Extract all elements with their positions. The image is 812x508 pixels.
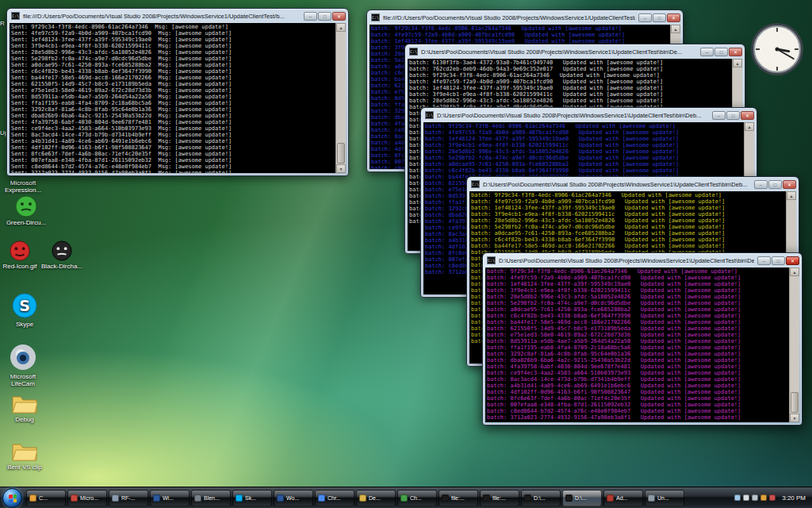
close-button[interactable]: ✕ — [786, 256, 799, 265]
console-window-sender-1[interactable]: C:\ file:///D:/Users/Poo/Documents/Visua… — [6, 8, 349, 176]
console-output: batch: 9f29c34-f3f8-4edc-8906-61ac264a73… — [485, 267, 799, 422]
console-line: Sent: ffa1f195-eab8-4fa4-8709-2c18a68bc5… — [11, 100, 334, 106]
window-titlebar[interactable]: C:\ D:\Users\Poo\Documents\Visual Studio… — [421, 108, 756, 122]
desktop-icon-skype[interactable]: S Skype — [2, 292, 48, 328]
scroll-up-icon[interactable]: ▲ — [787, 191, 796, 200]
taskbar-button-label: Ad... — [616, 495, 627, 501]
console-line: batch: 621550f5-14d9-45c7-b8c9-e173189b5… — [487, 325, 787, 332]
console-line: Sent: 8ac3acd4-14ce-473d-b79b-d7341b4b9e… — [11, 132, 334, 138]
scroll-down-icon[interactable]: ▼ — [336, 164, 346, 173]
close-button[interactable]: ✕ — [741, 111, 754, 120]
scroll-up-icon[interactable]: ▲ — [745, 122, 754, 131]
console-line: batch: 4fa39758-6abf-4030-804d-9ee678f7e… — [487, 364, 787, 370]
console-line: batch: e75e1ed3-58e0-4619-89a2-672c28d73… — [487, 332, 787, 338]
maximize-button[interactable]: □ — [768, 180, 782, 189]
taskbar-button-icon — [483, 495, 490, 502]
taskbar-button[interactable]: file:... — [480, 490, 519, 506]
scrollbar-thumb[interactable] — [337, 143, 345, 164]
minimize-button[interactable]: – — [700, 48, 714, 56]
taskbar-button-label: Sk... — [245, 495, 256, 501]
taskbar-button-icon — [71, 495, 78, 502]
minimize-button[interactable]: – — [304, 12, 317, 21]
tray-updates-icon[interactable] — [760, 495, 767, 501]
taskbar-clock[interactable]: 3:20 PM — [782, 495, 806, 502]
close-button[interactable]: ✕ — [332, 12, 346, 21]
taskbar-button-label: Ch... — [410, 495, 422, 501]
console-line: batch: 6130f3fb-3ae4-4372-93a0-7b461c949… — [409, 60, 730, 66]
console-window-batch-magenta[interactable]: C:\ D:\Users\Poo\Documents\Visual Studio… — [482, 252, 802, 425]
taskbar-button[interactable]: D:\... — [521, 490, 561, 506]
maximize-button[interactable]: □ — [653, 13, 666, 22]
taskbar-button[interactable]: file:... — [439, 490, 478, 506]
minimize-button[interactable]: – — [638, 13, 652, 22]
taskbar-button[interactable]: Sk... — [232, 490, 272, 506]
taskbar-button[interactable]: Wo... — [274, 490, 313, 506]
minimize-button[interactable]: – — [712, 111, 726, 120]
desktop-icon-green-face[interactable]: Green-Dircu... — [3, 195, 49, 226]
console-scrollbar[interactable]: ▲ ▼ — [335, 23, 346, 173]
close-button[interactable]: ✕ — [729, 48, 742, 56]
scroll-up-icon[interactable]: ▲ — [790, 267, 799, 276]
maximize-button[interactable]: □ — [318, 12, 331, 21]
console-line: batch: 8d53911a-e5db-4ae7-a5b9-264d54a22… — [487, 338, 787, 344]
console-line: batch: 4fe97c59-f2a9-4b0d-a909-407bca1fc… — [471, 198, 784, 205]
taskbar-button[interactable]: Micro... — [67, 490, 107, 506]
maximize-button[interactable]: □ — [772, 256, 785, 265]
console-line: batch: ce9f4ec3-4aa2-4583-a664-510b03973… — [487, 370, 787, 376]
tray-device-icon[interactable] — [752, 495, 758, 501]
tray-network-icon[interactable] — [734, 495, 741, 501]
start-button[interactable] — [2, 488, 22, 508]
taskbar-button-label: file:... — [451, 495, 465, 501]
window-titlebar[interactable]: C:\ file:///D:/Users/Poo/Documents/Visua… — [367, 10, 683, 25]
maximize-button[interactable]: □ — [726, 111, 740, 120]
maximize-button[interactable]: □ — [714, 48, 728, 56]
taskbar-button-icon — [194, 495, 201, 502]
taskbar-button-icon — [236, 495, 243, 502]
taskbar-button[interactable]: RF-... — [109, 490, 148, 506]
minimize-button[interactable]: – — [757, 256, 771, 265]
scroll-up-icon[interactable]: ▲ — [733, 59, 742, 67]
console-scrollbar[interactable]: ▲ ▼ — [789, 267, 799, 422]
taskbar-button-label: Wo... — [286, 495, 299, 501]
taskbar-button[interactable]: Ch... — [397, 490, 437, 506]
clock-gadget[interactable] — [749, 21, 806, 78]
console-icon: C:\ — [11, 12, 20, 20]
analog-clock-icon — [749, 21, 806, 78]
taskbar-button[interactable]: Ad... — [603, 490, 643, 506]
desktop-icon-lifecam[interactable]: Microsoft LifeCam — [0, 343, 46, 387]
scroll-up-icon[interactable]: ▲ — [671, 25, 680, 33]
window-titlebar[interactable]: C:\ D:\Users\Poo\Documents\Visual Studio… — [405, 44, 745, 59]
console-line: Sent: c6c4f82b-be43-4338-b8ab-6ef3647f39… — [11, 68, 334, 75]
console-line: batch: 3292c8af-81a6-4c8b-8fab-95c64e0b1… — [487, 351, 787, 357]
desktop-icon-expression[interactable]: Microsoft Expression... — [0, 179, 46, 194]
taskbar-button-icon — [359, 495, 366, 502]
desktop-icon-bent-vs-clip-folder[interactable]: Bent VS clip — [2, 441, 48, 471]
console-line: batch: 5e298fb2-fc0a-474c-a9e7-d0cdc96d5… — [471, 224, 784, 230]
taskbar-button-label: file:... — [492, 495, 506, 501]
scroll-down-icon[interactable]: ▼ — [790, 414, 799, 422]
scrollbar-thumb[interactable] — [791, 392, 799, 413]
taskbar-button[interactable]: C... — [26, 490, 66, 506]
tray-security-icon[interactable] — [769, 495, 776, 501]
taskbar-button[interactable]: Blen... — [191, 490, 231, 506]
console-line: Sent: 3712a023-2774-4932-9156-47a98eb3a8… — [11, 170, 334, 173]
taskbar-button[interactable]: D:\... — [562, 490, 602, 506]
desktop-icon-red-face[interactable]: Red-Icon.gif — [0, 241, 40, 270]
tray-volume-icon[interactable] — [743, 495, 749, 501]
desktop-icon-debug-folder[interactable]: Debug — [2, 394, 48, 423]
taskbar-button[interactable]: De... — [356, 490, 396, 506]
taskbar-button[interactable]: Un... — [645, 490, 684, 506]
close-button[interactable]: ✕ — [783, 180, 796, 189]
desktop-icon-black-face[interactable]: Black-Dircha... — [40, 241, 84, 270]
console-line: batch: 28e5d8b2-996e-43c3-afdc-5a18052e4… — [425, 148, 742, 155]
window-titlebar[interactable]: C:\ file:///D:/Users/Poo/Documents/Visua… — [7, 9, 348, 23]
windows-flag-icon — [9, 494, 17, 502]
scroll-up-icon[interactable]: ▲ — [336, 23, 346, 32]
taskbar-button[interactable]: Chr... — [315, 490, 354, 506]
taskbar-button[interactable]: Wi... — [150, 490, 190, 506]
window-titlebar[interactable]: C:\ D:\Users\Poo\Documents\Visual Studio… — [467, 177, 799, 191]
minimize-button[interactable]: – — [754, 180, 768, 189]
window-titlebar[interactable]: C:\ D:\Users\Poo\Documents\Visual Studio… — [483, 253, 802, 267]
taskbar-button-label: Un... — [657, 495, 669, 501]
close-button[interactable]: ✕ — [667, 13, 680, 22]
